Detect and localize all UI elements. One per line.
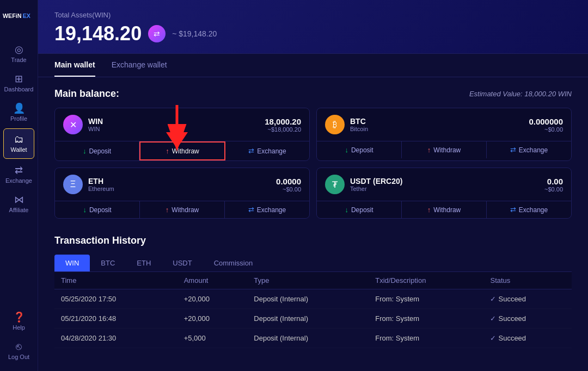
usdt-info: ₮ USDT (ERC20) Tether xyxy=(325,175,402,194)
btc-deposit-button[interactable]: ↓ Deposit xyxy=(317,141,402,158)
coin-card-usdt-top: ₮ USDT (ERC20) Tether 0.00 ~$0.00 xyxy=(317,168,571,201)
profile-icon: 👤 xyxy=(13,103,25,113)
btc-icon: ₿ xyxy=(325,115,345,134)
tx-type: Deposit (Internal) xyxy=(247,309,369,329)
header-banner: Total Assets(WIN) 19,148.20 ⇄ ~ $19,148.… xyxy=(38,0,588,54)
win-deposit-button[interactable]: ↓ Deposit xyxy=(55,141,139,160)
usdt-exchange-button[interactable]: ⇄ Exchange xyxy=(487,201,571,218)
tx-tabs: WIN BTC ETH USDT Commission xyxy=(54,255,572,272)
sidebar-label-affiliate: Affiliate xyxy=(9,207,29,213)
tx-history-title: Transaction History xyxy=(54,235,572,246)
tx-amount: +5,000 xyxy=(177,329,248,348)
btc-name-block: BTC Bitcoin xyxy=(350,117,368,132)
win-withdraw-button[interactable]: ↑ Withdraw xyxy=(139,141,225,160)
eth-deposit-button[interactable]: ↓ Deposit xyxy=(55,201,140,218)
eth-withdraw-button[interactable]: ↑ Withdraw xyxy=(140,201,225,218)
eth-name-sub: Ethereum xyxy=(88,186,114,192)
btc-name-sub: Bitcoin xyxy=(350,126,368,132)
btc-amount-main: 0.000000 xyxy=(529,117,563,126)
table-row: 05/25/2020 17:50 +20,000 Deposit (Intern… xyxy=(54,289,572,309)
exchange-icon-eth: ⇄ xyxy=(248,206,254,214)
tab-main-wallet[interactable]: Main wallet xyxy=(54,54,95,77)
tx-tab-usdt[interactable]: USDT xyxy=(162,255,203,271)
usdt-name-main: USDT (ERC20) xyxy=(350,177,402,186)
win-name-sub: WIN xyxy=(88,126,103,132)
coin-card-win-top: ✕ WIN WIN 18,000.20 ~$18,000.20 xyxy=(55,108,309,141)
eth-exchange-button[interactable]: ⇄ Exchange xyxy=(225,201,309,218)
eth-actions: ↓ Deposit ↑ Withdraw ⇄ Exchange xyxy=(55,201,309,218)
tx-tab-btc[interactable]: BTC xyxy=(90,255,126,271)
col-txid: Txid/Description xyxy=(369,272,483,289)
wallet-content: Main balance: Estimated Value: 18,000.20… xyxy=(38,77,588,371)
tx-status: ✓Succeed xyxy=(483,289,572,309)
eth-name-block: ETH Ethereum xyxy=(88,177,114,192)
usd-equivalent: ~ $19,148.20 xyxy=(172,29,217,38)
tab-exchange-wallet[interactable]: Exchange wallet xyxy=(112,54,167,77)
sidebar-item-exchange[interactable]: ⇄ Exchange xyxy=(0,160,38,189)
coins-grid: ✕ WIN WIN 18,000.20 ~$18,000.20 ↓ De xyxy=(54,108,572,219)
tx-tab-win[interactable]: WIN xyxy=(54,255,90,271)
deposit-icon-eth: ↓ xyxy=(83,206,87,214)
sidebar-bottom: ❓ Help ⎋ Log Out xyxy=(0,307,38,371)
sidebar-label-logout: Log Out xyxy=(8,354,29,360)
coin-card-usdt: ₮ USDT (ERC20) Tether 0.00 ~$0.00 ↓ xyxy=(316,168,572,219)
usdt-deposit-button[interactable]: ↓ Deposit xyxy=(317,201,402,218)
table-row: 04/28/2020 21:30 +5,000 Deposit (Interna… xyxy=(54,329,572,348)
svg-text:WEFiN: WEFiN xyxy=(3,13,21,19)
sidebar-item-affiliate[interactable]: ⋈ Affiliate xyxy=(0,189,38,219)
withdraw-icon: ↑ xyxy=(166,147,169,155)
sidebar-label-profile: Profile xyxy=(10,115,27,122)
tx-time: 05/25/2020 17:50 xyxy=(54,289,177,309)
tx-amount: +20,000 xyxy=(177,309,248,329)
sidebar-item-logout[interactable]: ⎋ Log Out xyxy=(0,336,38,366)
total-assets-value-row: 19,148.20 ⇄ ~ $19,148.20 xyxy=(54,22,572,45)
tx-description: From: System xyxy=(369,289,483,309)
usdt-amount-block: 0.00 ~$0.00 xyxy=(544,177,563,193)
sidebar-label-wallet: Wallet xyxy=(10,146,27,153)
balance-header: Main balance: Estimated Value: 18,000.20… xyxy=(54,88,572,100)
btc-info: ₿ BTC Bitcoin xyxy=(325,115,368,134)
logout-icon: ⎋ xyxy=(16,342,22,351)
win-name-block: WIN WIN xyxy=(88,117,103,132)
usdt-icon: ₮ xyxy=(325,175,345,194)
tx-time: 04/28/2020 21:30 xyxy=(54,329,177,348)
coin-card-btc: ₿ BTC Bitcoin 0.000000 ~$0.00 ↓ Depo xyxy=(316,108,572,161)
coin-card-eth: Ξ ETH Ethereum 0.0000 ~$0.00 ↓ Depos xyxy=(54,168,310,219)
usdt-withdraw-button[interactable]: ↑ Withdraw xyxy=(402,201,487,218)
sidebar-item-profile[interactable]: 👤 Profile xyxy=(0,98,38,127)
exchange-icon-usdt: ⇄ xyxy=(510,206,516,214)
usdt-name-block: USDT (ERC20) Tether xyxy=(350,177,402,192)
sidebar-item-dashboard[interactable]: ⊞ Dashboard xyxy=(0,69,38,98)
usdt-actions: ↓ Deposit ↑ Withdraw ⇄ Exchange xyxy=(317,201,571,218)
withdraw-icon-usdt: ↑ xyxy=(427,206,431,214)
tx-status: ✓Succeed xyxy=(483,329,572,348)
btc-actions: ↓ Deposit ↑ Withdraw ⇄ Exchange xyxy=(317,141,571,158)
tx-tab-commission[interactable]: Commission xyxy=(203,255,264,271)
sidebar-item-wallet[interactable]: 🗂 Wallet xyxy=(3,128,34,159)
tx-table: Time Amount Type Txid/Description Status… xyxy=(54,272,572,348)
affiliate-icon: ⋈ xyxy=(14,195,24,205)
exchange-icon-win: ⇄ xyxy=(248,147,254,155)
tx-description: From: System xyxy=(369,329,483,348)
table-row: 05/21/2020 16:48 +20,000 Deposit (Intern… xyxy=(54,309,572,329)
sidebar-label-exchange: Exchange xyxy=(5,177,32,184)
col-type: Type xyxy=(247,272,369,289)
btc-name-main: BTC xyxy=(350,117,368,126)
win-info: ✕ WIN WIN xyxy=(63,115,103,134)
estimated-value: Estimated Value: 18,000.20 WIN xyxy=(469,90,572,98)
win-exchange-button[interactable]: ⇄ Exchange xyxy=(225,141,309,160)
tx-tab-eth[interactable]: ETH xyxy=(126,255,162,271)
svg-text:EX: EX xyxy=(22,13,30,19)
exchange-convert-icon[interactable]: ⇄ xyxy=(148,25,166,42)
btc-exchange-button[interactable]: ⇄ Exchange xyxy=(487,141,571,158)
btc-withdraw-button[interactable]: ↑ Withdraw xyxy=(402,141,487,158)
brand-logo: WEFiN EX xyxy=(3,5,35,28)
btc-amount-block: 0.000000 ~$0.00 xyxy=(529,117,563,133)
win-amount-sub: ~$18,000.20 xyxy=(265,126,301,133)
sidebar-item-help[interactable]: ❓ Help xyxy=(0,307,38,336)
deposit-icon-usdt: ↓ xyxy=(345,206,348,214)
sidebar-item-trade[interactable]: ◎ Trade xyxy=(0,39,38,69)
sidebar-label-help: Help xyxy=(13,324,25,331)
usdt-amount-sub: ~$0.00 xyxy=(544,186,563,193)
total-assets-label: Total Assets(WIN) xyxy=(54,11,572,19)
